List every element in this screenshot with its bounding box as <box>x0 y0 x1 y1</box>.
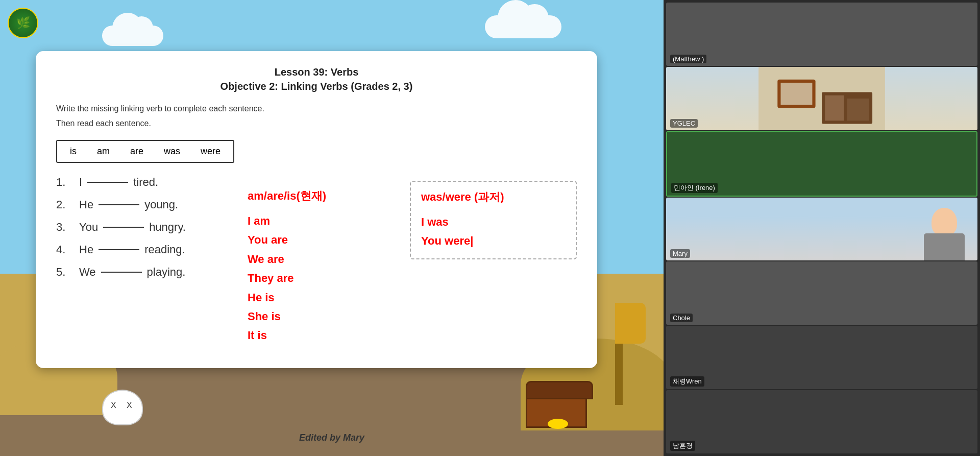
lesson-subtitle: Objective 2: Linking Verbs (Grades 2, 3) <box>56 81 577 92</box>
svg-rect-4 <box>825 95 844 121</box>
participant-tile-namhongyeong: 남혼경 <box>666 390 977 453</box>
word-was: was <box>164 146 180 157</box>
logo-circle: 🌿 <box>8 8 38 38</box>
sentence-3: 3. Youhungry. <box>56 221 225 234</box>
verb-it-is: It is <box>248 326 392 345</box>
wren-video <box>666 326 977 389</box>
instruction-line1: Write the missing linking verb to comple… <box>56 103 577 115</box>
sentence-1: 1. Itired. <box>56 176 225 189</box>
present-header: am/are/is(현재) <box>248 188 392 204</box>
participant-tile-irene: 민아인 (Irene) <box>666 131 977 197</box>
skull-decoration <box>102 390 143 425</box>
verb-i-am: I am <box>248 211 392 230</box>
verb-he-is: He is <box>248 288 392 307</box>
sentence-4: 4. Hereading. <box>56 243 225 256</box>
svg-rect-5 <box>847 99 869 121</box>
main-presentation-area: 🌿 Lesson 39: Verbs Objective 2: Linking … <box>0 0 664 456</box>
sentence-5: 5. Weplaying. <box>56 266 225 279</box>
participant-tile-chole: Chole <box>666 261 977 325</box>
participant-tile-yglec: YGLEC <box>666 67 977 130</box>
yglec-video-scene <box>666 67 977 130</box>
chole-name: Chole <box>670 314 693 322</box>
chole-video <box>666 261 977 325</box>
word-am: am <box>97 146 110 157</box>
matthew-video <box>666 3 977 66</box>
treasure-chest-decoration <box>526 387 587 428</box>
word-were: were <box>201 146 220 157</box>
past-verb-column: was/were (과저) I was You were| <box>410 181 577 259</box>
namhongyeong-video <box>666 390 977 453</box>
mary-name: Mary <box>670 249 690 258</box>
logo: 🌿 <box>8 8 38 38</box>
word-is: is <box>70 146 77 157</box>
past-header: was/were (과저) <box>421 189 566 205</box>
ship-mast-decoration <box>615 303 623 405</box>
cloud-decoration-1 <box>102 26 163 46</box>
mary-head-silhouette <box>932 208 957 236</box>
word-are: are <box>130 146 143 157</box>
mary-body-silhouette <box>924 233 965 261</box>
svg-rect-2 <box>780 83 812 105</box>
verb-they-are: They are <box>248 269 392 287</box>
yglec-video <box>666 67 977 130</box>
namhongyeong-name: 남혼경 <box>670 441 695 451</box>
sentence-2: 2. Heyoung. <box>56 198 225 211</box>
lesson-title: Lesson 39: Verbs <box>56 66 577 78</box>
verb-you-are: You are <box>248 230 392 249</box>
participant-tile-matthew: (Matthew ) <box>666 3 977 66</box>
participant-tile-wren: 채령Wren <box>666 326 977 389</box>
cloud-decoration-2 <box>485 15 561 38</box>
sentence-list: 1. Itired. 2. Heyoung. 3. Youhungry. 4. … <box>56 176 225 279</box>
verb-we-are: We are <box>248 250 392 269</box>
participant-tile-mary: Mary <box>666 198 977 261</box>
yglec-name: YGLEC <box>670 119 698 128</box>
verb-you-were: You were| <box>421 231 566 250</box>
wren-name: 채령Wren <box>670 376 704 387</box>
verb-i-was: I was <box>421 212 566 231</box>
word-box: is am are was were <box>56 140 234 163</box>
participants-sidebar: (Matthew ) YGLEC 민아인 (Irene) Mar <box>664 0 980 456</box>
lesson-card: Lesson 39: Verbs Objective 2: Linking Ve… <box>36 51 597 368</box>
mary-video <box>666 198 977 261</box>
irene-name: 민아인 (Irene) <box>671 183 718 193</box>
bottom-credit: Edited by Mary <box>0 433 664 443</box>
present-verb-column: am/are/is(현재) I am You are We are They a… <box>240 181 400 353</box>
matthew-name: (Matthew ) <box>670 55 706 63</box>
verb-she-is: She is <box>248 307 392 326</box>
instruction-line2: Then read each sentence. <box>56 117 577 130</box>
